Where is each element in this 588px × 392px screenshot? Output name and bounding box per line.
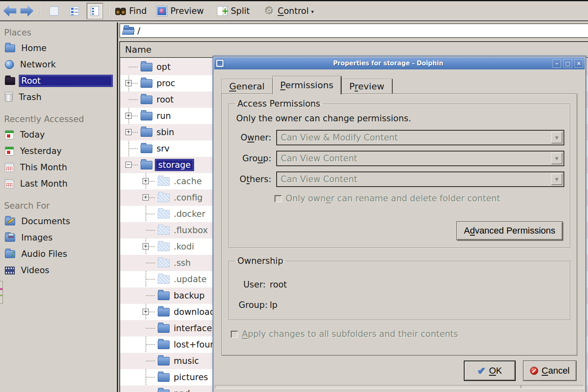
chevron-down-icon: ▾: [311, 9, 314, 15]
hidden-folder-icon: [158, 210, 170, 218]
owner-label: Owner:: [235, 133, 271, 143]
cancel-label: Cancel: [542, 365, 570, 376]
sidebar-item-yesterday[interactable]: Yesterday: [0, 143, 117, 159]
minimize-button[interactable]: [552, 59, 561, 68]
preview-label: Preview: [170, 6, 204, 16]
breadcrumb[interactable]: /: [137, 26, 140, 36]
owner-permission-row: Owner: Can View & Modify Content: [235, 130, 564, 145]
folder-icon: [141, 96, 152, 104]
sidebar-item-network[interactable]: Network: [0, 56, 117, 73]
access-permissions-group: Access Permissions Only the owner can ch…: [228, 99, 570, 248]
split-icon: [217, 6, 228, 16]
tree-view-button[interactable]: [87, 3, 103, 19]
sidebar-item-videos[interactable]: Videos: [0, 262, 117, 278]
group-permission-row: Group: Can View Content: [235, 151, 564, 166]
properties-dialog: Properties for storage - Dolphin General…: [213, 56, 586, 392]
folder-icon: [141, 128, 152, 137]
tab-general[interactable]: General: [221, 79, 273, 94]
control-button[interactable]: ⚙ Control ▾: [264, 6, 314, 16]
expand-icon[interactable]: [143, 194, 149, 200]
find-button[interactable]: Find: [115, 6, 147, 16]
ownership-group: Ownership User: root Group: lp: [228, 256, 570, 320]
check-icon: ✔: [477, 366, 485, 375]
cancel-button[interactable]: Cancel: [523, 361, 577, 381]
sidebar-item-audio-files[interactable]: Audio Files: [0, 246, 117, 262]
dialog-buttons: ✔ OK Cancel: [213, 361, 577, 381]
root-folder-icon: [5, 77, 15, 85]
sidebar-item-today[interactable]: Today: [0, 127, 117, 143]
expand-icon[interactable]: [143, 309, 149, 315]
owner-permission-select: Can View & Modify Content: [276, 130, 564, 145]
folder-icon: [141, 63, 152, 71]
hidden-folder-icon: [158, 243, 170, 251]
ok-button[interactable]: ✔ OK: [464, 361, 516, 381]
toolbar-separator: [39, 4, 40, 18]
folder-icon: [158, 390, 170, 392]
folder-icon: [158, 373, 170, 382]
group-label: Group:: [235, 154, 271, 163]
dialog-tabs: General Permissions Preview: [221, 75, 577, 94]
ownership-legend: Ownership: [235, 256, 285, 266]
videos-icon: [5, 267, 15, 274]
dialog-resize-strip[interactable]: [215, 385, 584, 389]
maximize-button[interactable]: [563, 59, 572, 68]
forward-icon[interactable]: [20, 5, 34, 17]
hidden-folder-icon: [158, 226, 170, 235]
dialog-window-icon: [216, 59, 224, 67]
sidebar-item-trash[interactable]: Trash: [0, 89, 117, 105]
icons-view-button[interactable]: [46, 3, 62, 19]
folder-icon: [158, 341, 170, 349]
folder-icon: [141, 145, 152, 153]
dropdown-arrow-icon: [551, 174, 562, 185]
split-button[interactable]: Split: [217, 6, 250, 16]
advanced-permissions-button[interactable]: Advanced Permissions: [456, 221, 563, 240]
ok-label: OK: [489, 365, 502, 376]
find-label: Find: [129, 6, 147, 16]
ownership-group-label: Group:: [239, 300, 266, 310]
others-permission-row: Others: Can View Content: [235, 172, 564, 187]
control-label: Control: [278, 6, 309, 16]
sidebar-item-root[interactable]: Root: [0, 73, 117, 89]
expand-icon[interactable]: [143, 178, 149, 184]
folder-icon: [141, 112, 152, 120]
sidebar-item-images[interactable]: Images: [0, 229, 117, 246]
group-permission-select: Can View Content: [276, 151, 564, 166]
sidebar-item-this-month[interactable]: This Month: [0, 159, 117, 176]
preview-icon: [157, 6, 167, 16]
folder-icon: [158, 292, 170, 300]
hidden-folder-icon: [158, 177, 170, 186]
dialog-titlebar[interactable]: Properties for storage - Dolphin: [214, 57, 585, 69]
apply-recursive-checkbox: [231, 331, 238, 338]
sidebar-item-documents[interactable]: Documents: [0, 213, 117, 229]
toolbar-separator: [109, 4, 110, 18]
ownership-group-value: lp: [270, 300, 564, 310]
expand-icon[interactable]: [143, 243, 149, 249]
main-toolbar: Find Preview Split ⚙ Control ▾: [0, 0, 588, 21]
trash-icon: [5, 93, 13, 102]
close-button[interactable]: [575, 59, 583, 68]
expand-icon[interactable]: [125, 129, 132, 135]
expand-icon[interactable]: [125, 113, 132, 119]
tab-preview[interactable]: Preview: [342, 79, 393, 94]
preview-button[interactable]: Preview: [157, 6, 204, 16]
expand-icon[interactable]: [125, 80, 132, 86]
location-bar[interactable]: /: [119, 23, 588, 38]
sidebar-item-last-month[interactable]: Last Month: [0, 176, 117, 192]
sticky-checkbox-row: Only owner can rename and delete folder …: [275, 194, 564, 203]
user-value: root: [270, 280, 564, 290]
sticky-checkbox-label: Only owner can rename and delete folder …: [286, 194, 500, 203]
folder-icon: [158, 308, 170, 316]
calendar-today-icon: [5, 130, 14, 139]
collapse-icon[interactable]: [125, 162, 132, 168]
apply-recursive-row: Apply changes to all subfolders and thei…: [231, 329, 570, 339]
dropdown-arrow-icon: [551, 153, 562, 164]
permissions-tab-content: Access Permissions Only the owner can ch…: [221, 94, 577, 356]
documents-folder-icon: [5, 218, 15, 225]
back-icon[interactable]: [3, 5, 16, 17]
others-label: Others:: [235, 174, 271, 184]
details-view-button[interactable]: [66, 3, 83, 19]
tab-permissions[interactable]: Permissions: [273, 76, 342, 94]
split-label: Split: [231, 6, 250, 16]
sidebar-item-home[interactable]: Home: [0, 40, 117, 56]
search-for-header: Search For: [0, 198, 117, 213]
